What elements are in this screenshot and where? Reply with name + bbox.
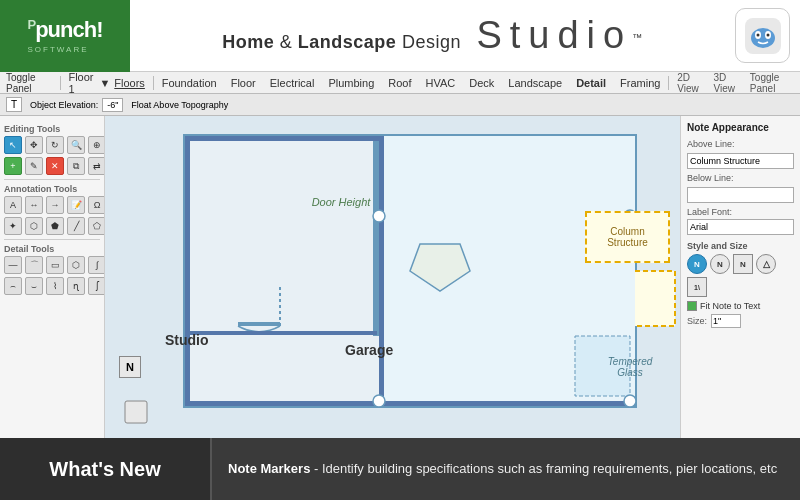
studio-label: Studio	[165, 332, 209, 348]
fill-tool[interactable]: ⬟	[46, 217, 64, 235]
note-tool[interactable]: 📝	[67, 196, 85, 214]
above-line-label: Above Line:	[687, 139, 737, 149]
detail-arc2-tool[interactable]: ⌢	[4, 277, 22, 295]
view-controls: 2D View 3D View Toggle Panel	[677, 72, 794, 94]
add-tool[interactable]: +	[4, 157, 22, 175]
menu-roof[interactable]: Roof	[388, 77, 411, 89]
whats-new-label: What's New	[0, 438, 212, 500]
detail-tools-label: Detail Tools	[4, 244, 100, 254]
zoom-tool[interactable]: ⊕	[88, 136, 105, 154]
detail-poly-tool[interactable]: ⬡	[67, 256, 85, 274]
search-tool[interactable]: 🔍	[67, 136, 85, 154]
compass-north: N	[119, 356, 141, 378]
view-3d-btn[interactable]: 3D View	[714, 72, 742, 94]
menu-hvac[interactable]: HVAC	[426, 77, 456, 89]
pattern-tool[interactable]: ⬡	[25, 217, 43, 235]
below-line-input[interactable]	[687, 187, 794, 203]
logo-area: Ppunch! SOFTWARE	[0, 0, 130, 72]
detail-s-tool[interactable]: ⌣	[25, 277, 43, 295]
right-panel: Note Appearance Above Line: Below Line: …	[680, 116, 800, 438]
style-n-square[interactable]: N	[733, 254, 753, 274]
menu-landscape[interactable]: Landscape	[508, 77, 562, 89]
menu-electrical[interactable]: Electrical	[270, 77, 315, 89]
svg-rect-14	[125, 401, 147, 423]
dimension-tool[interactable]: ↔	[25, 196, 43, 214]
style-buttons: N N N △ 1\	[687, 254, 794, 297]
edit-tool[interactable]: ✎	[25, 157, 43, 175]
text-tool-btn[interactable]: T	[6, 97, 22, 112]
detail-shape-tool[interactable]: ʃ	[88, 277, 105, 295]
svg-rect-11	[238, 322, 280, 326]
float-label: Float Above Topography	[131, 100, 228, 110]
text-annotation-tool[interactable]: A	[4, 196, 22, 214]
column-structure-note[interactable]: Column Structure	[585, 211, 670, 263]
style-triangle[interactable]: △	[756, 254, 776, 274]
app-title: Home & Landscape Design Studio™	[222, 14, 642, 57]
poly-tool[interactable]: ⬠	[88, 217, 105, 235]
svg-rect-16	[185, 401, 635, 406]
menu-foundation[interactable]: Foundation	[162, 77, 217, 89]
svg-point-26	[373, 395, 385, 407]
fit-note-row: Fit Note to Text	[687, 301, 794, 311]
toolbar-row: Toggle Panel Floor 1 ▼ Floors Foundation…	[0, 72, 800, 94]
view-2d-btn[interactable]: 2D View	[677, 72, 705, 94]
select-tool[interactable]: ↖	[4, 136, 22, 154]
style-n-circle-filled[interactable]: N	[687, 254, 707, 274]
toolbar2: T Object Elevation: -6" Float Above Topo…	[0, 94, 800, 116]
move-tool[interactable]: ✥	[25, 136, 43, 154]
menu-deck[interactable]: Deck	[469, 77, 494, 89]
door-height-note: Door Height	[301, 196, 381, 208]
above-line-input[interactable]	[687, 153, 794, 169]
menu-floor[interactable]: Floor	[231, 77, 256, 89]
detail-wave-tool[interactable]: ⌇	[46, 277, 64, 295]
tempered-glass-note: Tempered Glass	[595, 356, 665, 378]
stamp-tool[interactable]: ✦	[4, 217, 22, 235]
detail-line-tool[interactable]: —	[4, 256, 22, 274]
garage-label: Garage	[345, 342, 393, 358]
toggle-panel-right-btn[interactable]: Toggle Panel	[750, 72, 794, 94]
detail-curve-tool[interactable]: ∫	[88, 256, 105, 274]
elevation-input[interactable]: -6"	[102, 98, 123, 112]
flip-tool[interactable]: ⇄	[88, 157, 105, 175]
floor-label: Floor 1	[68, 71, 95, 95]
logo-sub: SOFTWARE	[28, 45, 103, 54]
rotate-tool[interactable]: ↻	[46, 136, 64, 154]
symbol-tool[interactable]: Ω	[88, 196, 105, 214]
delete-tool[interactable]: ✕	[46, 157, 64, 175]
svg-rect-21	[379, 136, 384, 401]
svg-point-5	[766, 33, 769, 36]
svg-point-24	[373, 210, 385, 222]
menu-detail[interactable]: Detail	[576, 77, 606, 89]
detail-spiral-tool[interactable]: ɳ	[67, 277, 85, 295]
menu-framing[interactable]: Framing	[620, 77, 660, 89]
toggle-panel-btn[interactable]: Toggle Panel	[6, 72, 52, 94]
floors-tab[interactable]: Floors	[114, 77, 145, 89]
label-font-input[interactable]	[687, 219, 794, 235]
detail-rect-tool[interactable]: ▭	[46, 256, 64, 274]
fit-note-label: Fit Note to Text	[700, 301, 760, 311]
whats-new-bold: Note Markers	[228, 461, 310, 476]
mac-icon	[735, 8, 790, 63]
fit-note-checkbox[interactable]	[687, 301, 697, 311]
style-n-circle[interactable]: N	[710, 254, 730, 274]
arrow-tool[interactable]: →	[46, 196, 64, 214]
copy-tool[interactable]: ⧉	[67, 157, 85, 175]
svg-rect-17	[185, 136, 190, 406]
size-input[interactable]	[711, 314, 741, 328]
left-panel: Editing Tools ↖ ✥ ↻ 🔍 ⊕ + ✎ ✕ ⧉ ⇄ Annota…	[0, 116, 105, 438]
style-size-label: Style and Size	[687, 241, 794, 251]
label-font-label: Label Font:	[687, 207, 794, 217]
detail-arc-tool[interactable]: ⌒	[25, 256, 43, 274]
canvas-area[interactable]: Studio Garage Door Height Column Structu…	[105, 116, 680, 438]
note-appearance-title: Note Appearance	[687, 122, 794, 133]
floor-plan-svg	[105, 116, 680, 438]
floor-caret[interactable]: ▼	[99, 77, 110, 89]
line-tool[interactable]: ╱	[67, 217, 85, 235]
main-area: Editing Tools ↖ ✥ ↻ 🔍 ⊕ + ✎ ✕ ⧉ ⇄ Annota…	[0, 116, 800, 438]
annotation-tools-label: Annotation Tools	[4, 184, 100, 194]
menu-plumbing[interactable]: Plumbing	[328, 77, 374, 89]
style-flag[interactable]: 1\	[687, 277, 707, 297]
svg-rect-19	[185, 331, 377, 335]
svg-rect-8	[373, 136, 379, 336]
bottom-bar: What's New Note Markers - Identify build…	[0, 438, 800, 500]
